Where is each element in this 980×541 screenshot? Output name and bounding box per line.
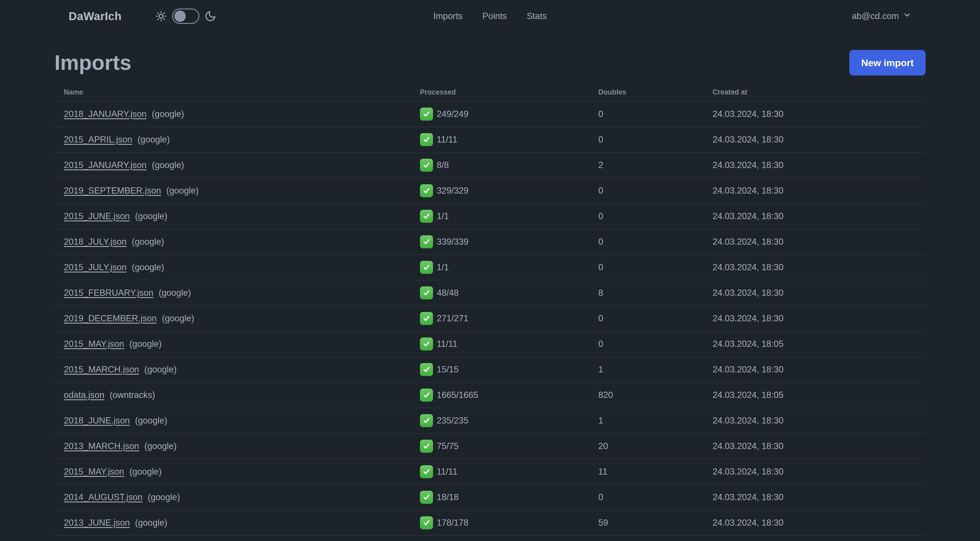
created-at: 24.03.2024, 18:30 <box>713 109 926 119</box>
import-file-link[interactable]: 2015_MAY.json <box>64 339 124 349</box>
name-cell: 2013_MARCH.json (google) <box>64 441 420 451</box>
main-navigation: Imports Points Stats <box>433 0 547 32</box>
processed-count: 11/11 <box>437 467 457 477</box>
account-menu[interactable]: ab@cd.com <box>852 11 912 22</box>
import-file-link[interactable]: 2013_MARCH.json <box>64 441 139 451</box>
processed-count: 11/11 <box>437 134 457 145</box>
doubles-count: 20 <box>598 441 713 451</box>
new-import-button[interactable]: New import <box>849 50 926 75</box>
created-at: 24.03.2024, 18:30 <box>713 288 926 298</box>
doubles-count: 0 <box>598 211 713 222</box>
top-navbar: DaWarIch Imports Points <box>0 0 980 32</box>
name-cell: 2015_FEBRUARY.json (google) <box>64 288 420 298</box>
processed-cell: 8/8 <box>420 159 598 172</box>
theme-toggle-knob <box>174 11 186 22</box>
nav-link-points[interactable]: Points <box>482 11 507 21</box>
table-row <box>54 536 926 541</box>
import-source: (google) <box>167 186 199 196</box>
created-at: 24.03.2024, 18:05 <box>713 390 926 400</box>
import-file-link[interactable]: 2015_JANUARY.json <box>64 160 146 170</box>
import-file-link[interactable]: 2018_JANUARY.json <box>64 109 146 119</box>
imports-page: Imports New import Name Processed Double… <box>54 50 926 541</box>
created-at: 24.03.2024, 18:30 <box>713 211 926 222</box>
import-file-link[interactable]: 2015_JUNE.json <box>64 211 130 221</box>
app-logo[interactable]: DaWarIch <box>68 10 122 23</box>
processed-cell: 1/1 <box>420 210 598 223</box>
table-row: 2013_JUNE.json (google) 178/178 59 24.03… <box>54 510 926 536</box>
table-row: 2014_AUGUST.json (google) 18/18 0 24.03.… <box>54 485 926 510</box>
column-header-created-at: Created at <box>713 88 926 96</box>
processed-cell: 339/339 <box>420 235 598 248</box>
check-icon <box>420 337 433 351</box>
import-source: (google) <box>135 415 167 426</box>
doubles-count: 0 <box>598 237 713 247</box>
processed-count: 11/11 <box>437 339 457 349</box>
check-icon <box>420 440 433 453</box>
import-source: (google) <box>135 518 167 528</box>
import-source: (owntracks) <box>110 390 155 400</box>
column-header-name: Name <box>64 88 420 96</box>
processed-count: 339/339 <box>437 237 468 247</box>
processed-cell: 178/178 <box>420 516 598 529</box>
import-file-link[interactable]: 2013_JUNE.json <box>64 518 130 528</box>
import-file-link[interactable]: 2018_JULY.json <box>64 237 126 247</box>
import-file-link[interactable]: 2019_SEPTEMBER.json <box>64 186 161 196</box>
name-cell: 2018_JULY.json (google) <box>64 237 420 247</box>
nav-link-imports[interactable]: Imports <box>433 11 463 21</box>
doubles-count: 0 <box>598 339 713 349</box>
table-row: 2015_MARCH.json (google) 15/15 1 24.03.2… <box>54 357 926 383</box>
doubles-count: 8 <box>598 288 713 298</box>
table-row: 2015_APRIL.json (google) 11/11 0 24.03.2… <box>54 127 926 153</box>
check-icon <box>420 184 433 197</box>
import-source: (google) <box>144 441 177 451</box>
doubles-count: 0 <box>598 313 713 324</box>
check-icon <box>420 286 433 300</box>
check-icon <box>420 312 433 325</box>
processed-count: 271/271 <box>437 313 468 324</box>
check-icon <box>420 516 433 529</box>
table-row: 2018_JULY.json (google) 339/339 0 24.03.… <box>54 229 926 255</box>
table-row: 2015_MAY.json (google) 11/11 0 24.03.202… <box>54 332 926 357</box>
import-source: (google) <box>159 288 191 298</box>
table-row: 2015_JUNE.json (google) 1/1 0 24.03.2024… <box>54 204 926 229</box>
doubles-count: 0 <box>598 186 713 196</box>
import-file-link[interactable]: 2015_MAY.json <box>64 467 124 477</box>
table-header-row: Name Processed Doubles Created at <box>54 83 926 102</box>
created-at: 24.03.2024, 18:30 <box>713 492 926 503</box>
name-cell: 2015_MAY.json (google) <box>64 467 420 477</box>
table-row: 2015_JULY.json (google) 1/1 0 24.03.2024… <box>54 255 926 281</box>
import-file-link[interactable]: 2015_FEBRUARY.json <box>64 288 153 298</box>
theme-toggle-switch[interactable] <box>172 8 199 24</box>
doubles-count: 0 <box>598 492 713 503</box>
doubles-count: 0 <box>598 262 713 273</box>
name-cell: 2015_JULY.json (google) <box>64 262 420 273</box>
sun-icon <box>155 10 167 22</box>
check-icon <box>420 159 433 172</box>
import-source: (google) <box>152 109 184 119</box>
name-cell: 2014_AUGUST.json (google) <box>64 492 420 503</box>
nav-link-stats[interactable]: Stats <box>527 11 547 21</box>
import-file-link[interactable]: 2019_DECEMBER.json <box>64 313 156 323</box>
check-icon <box>420 363 433 376</box>
import-source: (google) <box>152 160 184 170</box>
table-row: 2018_JANUARY.json (google) 249/249 0 24.… <box>54 102 926 127</box>
created-at: 24.03.2024, 18:30 <box>713 262 926 273</box>
processed-count: 75/75 <box>437 441 459 451</box>
doubles-count: 59 <box>598 518 713 528</box>
doubles-count: 820 <box>598 390 713 400</box>
name-cell: 2015_JANUARY.json (google) <box>64 160 420 170</box>
table-row: 2015_MAY.json (google) 11/11 11 24.03.20… <box>54 459 926 485</box>
doubles-count: 11 <box>598 467 713 477</box>
import-file-link[interactable]: 2018_JUNE.json <box>64 415 130 426</box>
import-file-link[interactable]: 2014_AUGUST.json <box>64 492 142 502</box>
import-file-link[interactable]: 2015_JULY.json <box>64 262 126 272</box>
check-icon <box>420 491 433 504</box>
moon-icon <box>204 10 216 22</box>
import-file-link[interactable]: 2015_APRIL.json <box>64 134 132 144</box>
processed-cell: 75/75 <box>420 440 598 453</box>
created-at: 24.03.2024, 18:30 <box>713 160 926 170</box>
import-file-link[interactable]: odata.json <box>64 390 104 400</box>
doubles-count: 2 <box>598 160 713 170</box>
name-cell: 2018_JUNE.json (google) <box>64 415 420 426</box>
import-file-link[interactable]: 2015_MARCH.json <box>64 364 139 374</box>
